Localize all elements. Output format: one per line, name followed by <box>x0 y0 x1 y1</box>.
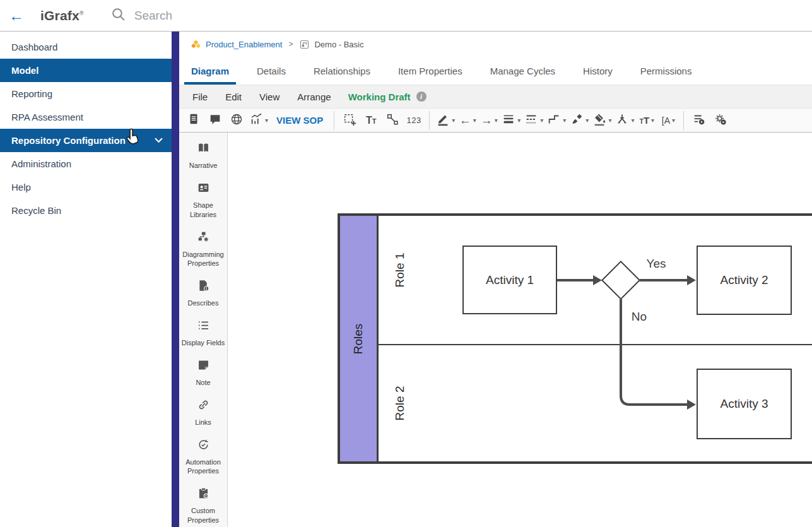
activity-3-shape[interactable]: Activity 3 <box>697 369 792 439</box>
sidebar-item-label: Repository Configuration <box>11 135 126 146</box>
sidebar-item-dashboard[interactable]: Dashboard <box>0 35 172 59</box>
sidebar-item-model[interactable]: Model <box>0 59 172 82</box>
activity-label: Activity 3 <box>720 397 768 411</box>
diagram-canvas[interactable]: Roles Role 1 Role 2 <box>228 133 812 527</box>
line-start-arrow-button[interactable]: ← ▾ <box>457 111 478 130</box>
branch-label-no[interactable]: No <box>632 310 647 324</box>
panel-item-custom-properties[interactable]: Custom Properties <box>180 487 226 525</box>
fill-color-button[interactable]: ▾ <box>591 111 613 130</box>
global-search[interactable]: Search <box>110 6 172 25</box>
connector-routing-icon <box>547 112 561 129</box>
branch-label-yes[interactable]: Yes <box>647 257 666 271</box>
line-crossing-button[interactable]: ▾ <box>613 111 636 130</box>
line-color-icon <box>436 112 450 129</box>
repository-cubes-icon <box>191 39 201 50</box>
panel-item-narrative[interactable]: Narrative <box>180 141 226 170</box>
panel-item-links[interactable]: Links <box>180 398 226 427</box>
sidebar-item-help[interactable]: Help <box>0 175 172 199</box>
pool-header[interactable]: Roles <box>340 216 379 461</box>
sidebar-item-recycle-bin[interactable]: Recycle Bin <box>0 199 172 222</box>
tab-permissions[interactable]: Permissions <box>633 57 699 85</box>
info-icon[interactable]: i <box>416 92 427 102</box>
diagram-toolbar: ▾ VIEW SOP TT 123 ▾ ← ▾ <box>179 109 812 133</box>
comment-button[interactable] <box>204 111 226 130</box>
activity-label: Activity 2 <box>720 273 768 287</box>
panel-item-label: Narrative <box>189 161 218 170</box>
select-add-button[interactable] <box>339 111 360 130</box>
sop-document-button[interactable] <box>183 111 204 130</box>
menu-file[interactable]: File <box>185 92 215 102</box>
line-end-arrow-button[interactable]: → ▾ <box>478 111 500 130</box>
display-options-button[interactable] <box>688 111 710 130</box>
tab-manage-cycles[interactable]: Manage Cycles <box>483 57 562 85</box>
panel-item-diagramming-properties[interactable]: Diagramming Properties <box>180 230 226 269</box>
numbering-icon: 123 <box>407 115 421 125</box>
sidebar-item-reporting[interactable]: Reporting <box>0 82 172 105</box>
activity-label: Activity 1 <box>486 273 534 287</box>
chart-menu-button[interactable]: ▾ <box>247 111 270 130</box>
format-painter-button[interactable]: ▾ <box>568 111 591 130</box>
diagram-settings-button[interactable] <box>710 111 731 130</box>
text-tool-button[interactable]: TT <box>360 111 382 130</box>
sidebar-item-administration[interactable]: Administration <box>0 152 172 175</box>
topbar: ← iGrafx® Search <box>0 0 812 32</box>
connector-tool-button[interactable] <box>382 111 403 130</box>
chevron-down-icon: ▾ <box>585 117 589 124</box>
tab-relationships[interactable]: Relationships <box>307 57 377 85</box>
panel-item-label: Links <box>195 418 211 427</box>
text-format-button[interactable]: [A ▾ <box>657 111 679 130</box>
chevron-down-icon: ▾ <box>473 117 476 124</box>
chevron-down-icon: ▾ <box>495 117 498 124</box>
sidebar-item-rpa-assessment[interactable]: RPA Assessment <box>0 105 172 129</box>
panel-item-label: Shape Libraries <box>180 201 226 220</box>
sidebar-nav: Dashboard Model Reporting RPA Assessment… <box>0 32 172 527</box>
activity-2-shape[interactable]: Activity 2 <box>697 246 792 315</box>
panel-item-note[interactable]: Note <box>180 358 226 388</box>
registered-mark: ® <box>79 10 84 16</box>
display-options-icon <box>692 112 706 129</box>
numbering-tool-button[interactable]: 123 <box>403 111 425 130</box>
font-size-button[interactable]: TT ▾ <box>636 111 657 130</box>
menu-view[interactable]: View <box>252 92 286 102</box>
panel-item-label: Automation Properties <box>180 458 226 477</box>
chevron-down-icon: ▾ <box>563 117 566 124</box>
panel-item-label: Custom Properties <box>180 506 226 525</box>
sidebar-item-repository-configuration[interactable]: Repository Configuration <box>0 129 172 152</box>
connector-routing-button[interactable]: ▾ <box>545 111 568 130</box>
breadcrumb-current-item: Demo - Basic <box>314 40 363 49</box>
links-icon <box>197 398 210 414</box>
breadcrumb-repository-link[interactable]: Product_Enablement <box>206 40 282 49</box>
line-color-button[interactable]: ▾ <box>434 111 457 130</box>
panel-item-shape-libraries[interactable]: Shape Libraries <box>180 181 226 220</box>
sidebar-item-label: Recycle Bin <box>11 205 61 216</box>
menu-arrange[interactable]: Arrange <box>290 92 338 102</box>
view-sop-button[interactable]: VIEW SOP <box>270 115 329 126</box>
gear-sync-icon <box>714 112 727 129</box>
panel-item-display-fields[interactable]: Display Fields <box>180 319 226 348</box>
activity-1-shape[interactable]: Activity 1 <box>462 246 557 314</box>
lane-label-role-2[interactable]: Role 2 <box>393 386 407 421</box>
menu-edit[interactable]: Edit <box>218 92 249 102</box>
globe-button[interactable] <box>226 111 247 130</box>
tab-diagram[interactable]: Diagram <box>184 57 236 85</box>
lane-label-role-1[interactable]: Role 1 <box>393 253 407 288</box>
tab-label: Manage Cycles <box>490 66 555 76</box>
back-icon[interactable]: ← <box>9 8 24 23</box>
line-weight-button[interactable]: ▾ <box>500 111 522 130</box>
side-tool-panel: Narrative Shape Libraries Diagramming Pr… <box>179 133 228 527</box>
tab-history[interactable]: History <box>576 57 620 85</box>
line-crossing-icon <box>615 112 629 129</box>
describes-icon <box>197 279 210 295</box>
search-placeholder[interactable]: Search <box>134 9 172 23</box>
breadcrumb: Product_Enablement > Demo - Basic <box>179 32 812 57</box>
tab-details[interactable]: Details <box>250 57 293 85</box>
sidebar-item-label: Reporting <box>11 88 52 99</box>
tab-item-properties[interactable]: Item Properties <box>391 57 469 85</box>
chevron-down-icon[interactable] <box>155 138 163 143</box>
line-style-button[interactable]: ▾ <box>522 111 545 130</box>
diagram-item-icon <box>299 39 310 50</box>
panel-item-automation-properties[interactable]: Automation Properties <box>180 438 226 477</box>
panel-item-describes[interactable]: Describes <box>180 279 226 308</box>
tab-bar: Diagram Details Relationships Item Prope… <box>179 57 812 85</box>
lane-divider[interactable] <box>379 344 812 345</box>
